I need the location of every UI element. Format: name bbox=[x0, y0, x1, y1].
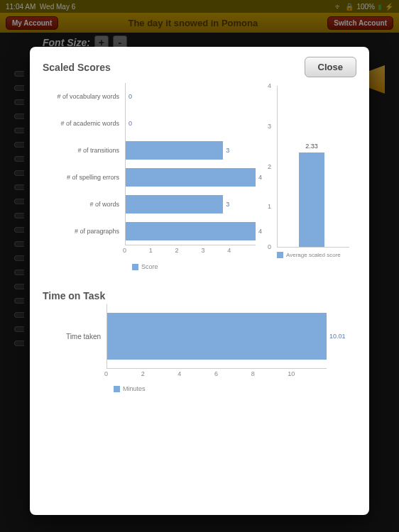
avg-legend: Average scaled score bbox=[277, 252, 349, 258]
legend-swatch bbox=[277, 252, 283, 258]
y-tick: 1 bbox=[268, 203, 271, 210]
bar-fill bbox=[126, 222, 256, 240]
time-x-axis: 0246810 bbox=[106, 368, 327, 385]
avg-legend-label: Average scaled score bbox=[286, 252, 341, 258]
bar-track: 0 bbox=[125, 110, 256, 137]
score-bar-row: # of spelling errors4 bbox=[43, 164, 256, 191]
legend-swatch bbox=[114, 386, 120, 392]
bar-track: 4 bbox=[125, 218, 256, 245]
time-on-task-title: Time on Task bbox=[43, 290, 356, 301]
y-tick: 4 bbox=[268, 82, 271, 89]
time-tick: 10 bbox=[290, 369, 327, 385]
scaled-scores-chart: # of vocabulary words0# of academic word… bbox=[43, 83, 256, 270]
time-tick: 4 bbox=[180, 369, 217, 385]
bar-label: # of paragraphs bbox=[43, 228, 125, 235]
score-bar-row: # of vocabulary words0 bbox=[43, 83, 256, 110]
score-legend-label: Score bbox=[141, 263, 158, 270]
bar-track: 4 bbox=[125, 164, 256, 191]
time-fill bbox=[107, 313, 327, 360]
time-tick: 2 bbox=[143, 369, 180, 385]
score-legend: Score bbox=[132, 263, 256, 270]
time-bar-row: Time taken10.01 bbox=[43, 304, 327, 368]
time-tick: 0 bbox=[106, 369, 143, 385]
bar-track: 0 bbox=[125, 83, 256, 110]
time-chart: Time taken10.010246810Minutes bbox=[43, 304, 327, 392]
scaled-scores-title: Scaled Scores bbox=[43, 62, 111, 73]
bar-label: # of transitions bbox=[43, 147, 125, 154]
bar-fill bbox=[126, 141, 223, 160]
avg-bar: 2.33 bbox=[299, 153, 324, 247]
bar-value: 4 bbox=[258, 228, 262, 235]
scores-chart-row: # of vocabulary words0# of academic word… bbox=[43, 83, 356, 270]
y-tick: 2 bbox=[268, 163, 271, 170]
time-label: Time taken bbox=[43, 333, 106, 340]
time-legend: Minutes bbox=[114, 385, 327, 392]
score-bar-row: # of paragraphs4 bbox=[43, 218, 256, 245]
bar-label: # of words bbox=[43, 201, 125, 208]
score-bar-row: # of academic words0 bbox=[43, 110, 256, 137]
bar-track: 3 bbox=[125, 191, 256, 218]
x-axis: 01234 bbox=[125, 245, 256, 263]
x-tick: 3 bbox=[203, 245, 229, 263]
x-tick: 2 bbox=[177, 245, 204, 263]
x-tick: 1 bbox=[151, 245, 177, 263]
time-tick: 8 bbox=[253, 369, 290, 385]
bar-value: 3 bbox=[226, 147, 229, 154]
x-tick: 0 bbox=[125, 245, 151, 263]
time-track: 10.01 bbox=[106, 304, 327, 368]
y-tick: 3 bbox=[268, 123, 271, 130]
legend-swatch bbox=[132, 264, 138, 270]
bar-value: 4 bbox=[258, 174, 262, 181]
score-bar-row: # of words3 bbox=[43, 191, 256, 218]
x-tick: 4 bbox=[229, 245, 256, 263]
average-score-chart: 012342.33 Average scaled score bbox=[264, 86, 349, 270]
bar-value: 3 bbox=[226, 201, 229, 208]
bar-fill bbox=[126, 195, 223, 214]
time-legend-label: Minutes bbox=[123, 385, 146, 392]
bar-value: 0 bbox=[129, 93, 132, 100]
time-section: Time on Task Time taken10.010246810Minut… bbox=[43, 290, 356, 392]
bar-track: 3 bbox=[125, 137, 256, 164]
time-tick: 6 bbox=[217, 369, 253, 385]
y-tick: 0 bbox=[268, 243, 271, 250]
time-value: 10.01 bbox=[329, 333, 346, 340]
bar-value: 0 bbox=[129, 120, 132, 127]
bar-fill bbox=[126, 168, 256, 187]
bar-label: # of academic words bbox=[43, 120, 125, 127]
avg-bar-value: 2.33 bbox=[299, 143, 324, 150]
score-bar-row: # of transitions3 bbox=[43, 137, 256, 164]
bar-label: # of spelling errors bbox=[43, 174, 125, 181]
scores-modal: Scaled Scores Close # of vocabulary word… bbox=[30, 47, 369, 515]
close-button[interactable]: Close bbox=[305, 57, 356, 77]
bar-label: # of vocabulary words bbox=[43, 93, 125, 100]
